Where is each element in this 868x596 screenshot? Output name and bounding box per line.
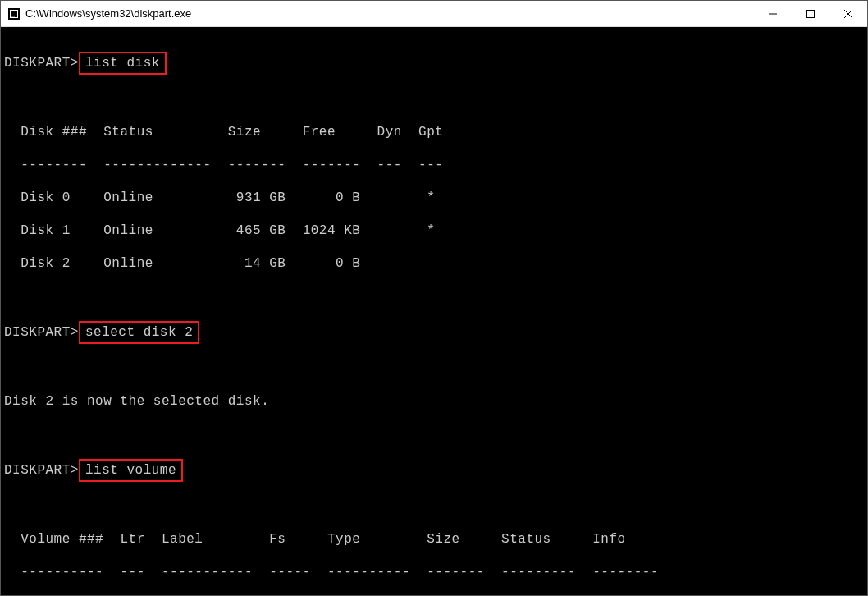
disk-table-row: Disk 2 Online 14 GB 0 B — [4, 255, 864, 272]
prompt: DISKPART> — [4, 324, 79, 341]
titlebar[interactable]: _ C:\Windows\system32\diskpart.exe — [1, 1, 867, 27]
volume-table-header: Volume ### Ltr Label Fs Type Size Status… — [4, 531, 864, 548]
disk-table-header: Disk ### Status Size Free Dyn Gpt — [4, 124, 864, 140]
window-controls — [754, 2, 867, 26]
maximize-button[interactable] — [792, 2, 829, 26]
close-button[interactable] — [829, 2, 867, 26]
command-list-disk: list disk — [79, 52, 167, 75]
disk-table-divider: -------- ------------- ------- ------- -… — [4, 157, 864, 173]
command-select-disk: select disk 2 — [79, 321, 199, 344]
terminal-output[interactable]: DISKPART> list disk Disk ### Status Size… — [1, 27, 867, 595]
command-list-volume: list volume — [79, 459, 183, 482]
prompt: DISKPART> — [4, 55, 79, 71]
app-window: _ C:\Windows\system32\diskpart.exe DISKP… — [0, 0, 868, 596]
app-icon: _ — [7, 7, 21, 21]
minimize-button[interactable] — [754, 2, 792, 26]
disk-table-row: Disk 0 Online 931 GB 0 B * — [4, 190, 864, 206]
prompt: DISKPART> — [4, 462, 79, 479]
window-title: C:\Windows\system32\diskpart.exe — [25, 7, 754, 20]
disk-table-row: Disk 1 Online 465 GB 1024 KB * — [4, 222, 864, 239]
volume-table-divider: ---------- --- ----------- ----- -------… — [4, 564, 864, 580]
response-select-disk: Disk 2 is now the selected disk. — [4, 393, 864, 410]
svg-rect-5 — [807, 10, 815, 17]
